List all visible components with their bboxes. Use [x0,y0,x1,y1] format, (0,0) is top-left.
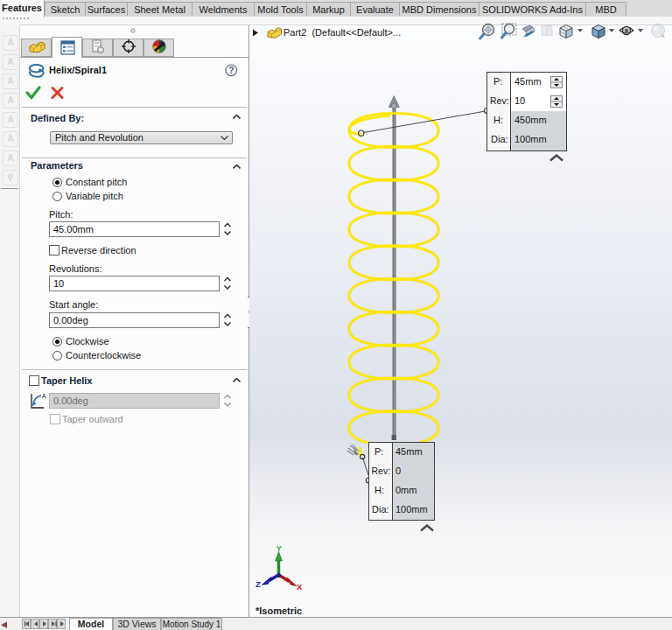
svg-text:Y: Y [276,543,283,553]
svg-text:X: X [297,582,303,592]
svg-text:Z: Z [256,579,261,589]
svg-text:?: ? [228,66,234,75]
svg-text:A: A [42,393,46,399]
